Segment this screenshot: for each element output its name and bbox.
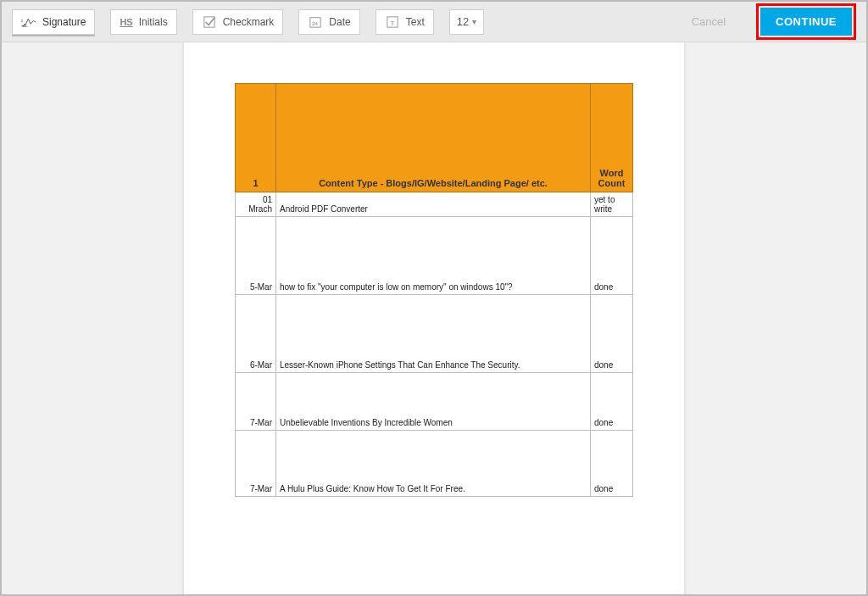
font-size-select[interactable]: 12 ▾: [449, 9, 484, 35]
toolbar: x Signature HS Initials Checkmark 24 Dat…: [2, 2, 866, 42]
table-row: 01 Mrach Android PDF Converter yet to wr…: [236, 192, 633, 217]
signature-label: Signature: [42, 16, 86, 28]
font-size-value: 12: [457, 15, 469, 28]
document-page[interactable]: 1 Content Type - Blogs/IG/Website/Landin…: [184, 42, 684, 594]
table-row: 5-Mar how to fix "your computer is low o…: [236, 217, 633, 295]
signature-icon: x: [21, 16, 36, 28]
date-icon: 24: [308, 16, 323, 28]
date-label: Date: [329, 16, 350, 28]
svg-text:T: T: [390, 19, 394, 26]
date-button[interactable]: 24 Date: [298, 9, 359, 35]
table-row: 7-Mar A Hulu Plus Guide: Know How To Get…: [236, 431, 633, 497]
chevron-down-icon: ▾: [472, 17, 476, 26]
initials-button[interactable]: HS Initials: [110, 9, 176, 35]
workspace[interactable]: 1 Content Type - Blogs/IG/Website/Landin…: [2, 42, 866, 594]
initials-label: Initials: [139, 16, 168, 28]
th-col1: 1: [236, 84, 276, 192]
checkmark-button[interactable]: Checkmark: [192, 9, 284, 35]
continue-button[interactable]: CONTINUE: [760, 8, 852, 36]
signature-button[interactable]: x Signature: [12, 9, 95, 35]
text-icon: T: [385, 16, 400, 28]
cancel-link[interactable]: Cancel: [692, 15, 726, 28]
continue-highlight: CONTINUE: [756, 3, 856, 40]
text-label: Text: [406, 16, 425, 28]
svg-text:24: 24: [312, 19, 318, 25]
checkmark-label: Checkmark: [223, 16, 275, 28]
initials-icon: HS: [120, 17, 132, 27]
checkmark-icon: [202, 16, 217, 28]
svg-text:x: x: [21, 19, 24, 23]
text-button[interactable]: T Text: [376, 9, 434, 35]
th-col2: Content Type - Blogs/IG/Website/Landing …: [276, 84, 591, 192]
th-col3: Word Count: [591, 84, 633, 192]
table-row: 6-Mar Lesser-Known iPhone Settings That …: [236, 295, 633, 373]
content-table: 1 Content Type - Blogs/IG/Website/Landin…: [235, 83, 633, 497]
table-row: 7-Mar Unbelievable Inventions By Incredi…: [236, 373, 633, 431]
